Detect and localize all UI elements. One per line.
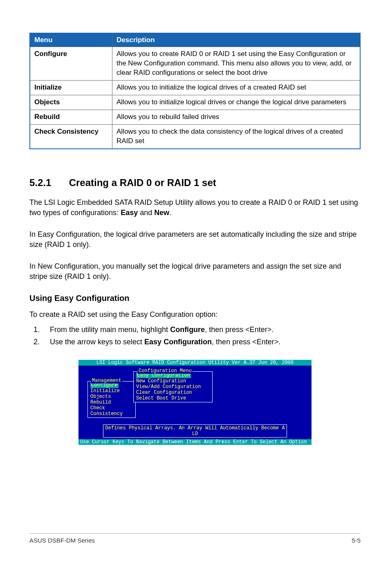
steps-list: 1. From the utility main menu, highlight… xyxy=(29,325,361,350)
paragraph-steps-intro: To create a RAID set using the Easy Conf… xyxy=(29,310,361,320)
section-title: Creating a RAID 0 or RAID 1 set xyxy=(69,177,216,188)
step-number: 1. xyxy=(34,325,40,334)
step-item: 1. From the utility main menu, highlight… xyxy=(50,325,361,334)
cfg-item-new[interactable]: New Configuration xyxy=(136,378,210,384)
desc-cell: Allows you to check the data consistency… xyxy=(112,124,361,148)
th-desc: Description xyxy=(112,33,361,47)
section-number: 5.2.1 xyxy=(29,177,66,189)
cfg-item-view-add[interactable]: View/Add Configuration xyxy=(136,384,210,390)
bios-title-bar: LSI Logic Software RAID Configuration Ut… xyxy=(78,360,312,366)
table-row: Configure Allows you to create RAID 0 or… xyxy=(30,47,360,81)
cfg-item-select-boot[interactable]: Select Boot Drive xyxy=(136,395,210,401)
step-number: 2. xyxy=(34,337,40,347)
footer-page-number: 5-5 xyxy=(352,537,361,544)
th-menu: Menu xyxy=(30,33,112,47)
desc-cell: Allows you to create RAID 0 or RAID 1 se… xyxy=(112,47,361,81)
desc-cell: Allows you to initialize logical drives … xyxy=(112,95,361,110)
management-menu-box: Management Configure Initialize Objects … xyxy=(87,381,136,418)
table-row: Objects Allows you to initialize logical… xyxy=(30,95,360,110)
configuration-menu-label: Configuration Menu xyxy=(138,368,193,374)
page-footer: ASUS DSBF-DM Series 5-5 xyxy=(29,533,361,544)
section-heading: 5.2.1 Creating a RAID 0 or RAID 1 set xyxy=(29,177,361,189)
desc-cell: Allows you to rebuild failed drives xyxy=(112,110,361,124)
table-row: Initialize Allows you to initialize the … xyxy=(30,80,360,95)
menu-cell: Configure xyxy=(30,47,112,81)
bios-defines-box: Defines Physical Arrays. An Array Will A… xyxy=(103,424,287,438)
bios-screenshot: LSI Logic Software RAID Configuration Ut… xyxy=(78,360,312,445)
subsection-heading: Using Easy Configuration xyxy=(29,294,361,303)
menu-cell: Objects xyxy=(30,95,112,110)
table-row: Rebuild Allows you to rebuild failed dri… xyxy=(30,110,360,124)
paragraph-easy: In Easy Configuration, the logical drive… xyxy=(29,229,361,250)
mgmt-item-objects[interactable]: Objects xyxy=(90,394,133,399)
menu-cell: Rebuild xyxy=(30,110,112,124)
mgmt-item-rebuild[interactable]: Rebuild xyxy=(90,399,133,405)
desc-cell: Allows you to initialize the logical dri… xyxy=(112,80,361,95)
paragraph-intro: The LSI Logic Embedded SATA RAID Setup U… xyxy=(29,197,361,218)
mgmt-item-initialize[interactable]: Initialize xyxy=(90,388,133,394)
paragraph-new: In New Configuration, you manually set t… xyxy=(29,261,361,282)
bios-status-bar: Use Cursor Keys To Navigate Between Item… xyxy=(78,439,312,445)
configuration-menu-box: Configuration Menu Easy Configuration Ne… xyxy=(133,371,213,402)
menu-cell: Check Consistency xyxy=(30,124,112,148)
table-row: Check Consistency Allows you to check th… xyxy=(30,124,360,148)
step-item: 2. Use the arrow keys to select Easy Con… xyxy=(50,337,361,347)
menu-cell: Initialize xyxy=(30,80,112,95)
cfg-item-clear[interactable]: Clear Configuration xyxy=(136,390,210,395)
mgmt-item-check-consistency[interactable]: Check Consistency xyxy=(90,405,133,417)
menu-description-table: Menu Description Configure Allows you to… xyxy=(29,33,361,149)
management-menu-label: Management xyxy=(91,378,122,384)
footer-left: ASUS DSBF-DM Series xyxy=(29,537,95,544)
